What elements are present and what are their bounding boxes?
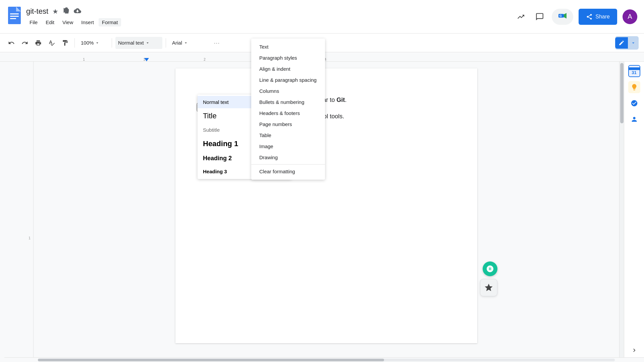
svg-rect-4 bbox=[10, 16, 19, 17]
ruler-mark-2: 2 bbox=[204, 58, 206, 61]
cloud-save-icon[interactable] bbox=[74, 7, 81, 16]
horizontal-scrollbar[interactable] bbox=[34, 357, 619, 362]
format-menu-text[interactable]: Text bbox=[251, 41, 325, 52]
svg-rect-5 bbox=[10, 18, 16, 19]
format-menu-align[interactable]: Align & indent bbox=[251, 63, 325, 74]
format-menu-image[interactable]: Image bbox=[251, 141, 325, 152]
format-menu-divider bbox=[251, 164, 325, 165]
toolbar-divider-2 bbox=[112, 38, 112, 48]
undo-button[interactable] bbox=[5, 37, 17, 49]
toolbar-divider-3 bbox=[166, 38, 166, 48]
comments-icon[interactable] bbox=[533, 10, 546, 23]
format-menu-clear[interactable]: Clear formatting bbox=[251, 166, 325, 177]
right-panel: 31 bbox=[624, 62, 644, 362]
svg-rect-1 bbox=[8, 7, 21, 24]
page-margin-left: 1 bbox=[0, 62, 34, 362]
redo-button[interactable] bbox=[19, 37, 31, 49]
document-area[interactable]: Word's version control is similar to Git… bbox=[34, 62, 619, 362]
menu-insert[interactable]: Insert bbox=[78, 18, 97, 26]
text-period: . bbox=[345, 97, 346, 103]
print-button[interactable] bbox=[32, 37, 44, 49]
menu-file[interactable]: File bbox=[26, 18, 41, 26]
format-menu-spacing[interactable]: Line & paragraph spacing bbox=[251, 74, 325, 85]
meet-camera-icon: G bbox=[557, 10, 568, 23]
notes-panel-icon[interactable] bbox=[628, 81, 640, 93]
page-number-1: 1 bbox=[29, 236, 31, 240]
format-menu-columns[interactable]: Columns bbox=[251, 85, 325, 97]
toolbar-divider-1 bbox=[74, 38, 75, 48]
format-menu-table[interactable]: Table bbox=[251, 130, 325, 141]
format-menu-headers[interactable]: Headers & footers bbox=[251, 108, 325, 119]
svg-text:G: G bbox=[559, 14, 562, 17]
meet-button[interactable]: G bbox=[552, 9, 573, 25]
edit-mode-dropdown-icon[interactable] bbox=[628, 38, 639, 48]
menu-view[interactable]: View bbox=[59, 18, 76, 26]
ruler-mark-1b: 1 bbox=[143, 58, 145, 61]
font-selector[interactable]: Arial bbox=[169, 37, 210, 49]
pencil-icon bbox=[615, 37, 628, 49]
docs-logo[interactable] bbox=[7, 7, 22, 27]
calendar-panel-icon[interactable]: 31 bbox=[628, 65, 640, 77]
tasks-panel-icon[interactable] bbox=[628, 97, 640, 109]
vertical-scrollbar[interactable] bbox=[619, 62, 624, 362]
format-menu-drawing[interactable]: Drawing bbox=[251, 152, 325, 163]
top-bar-right: G Share A bbox=[514, 9, 637, 25]
git-bold: Git bbox=[336, 97, 345, 103]
menu-bar: File Edit View Insert Format bbox=[26, 18, 121, 26]
user-avatar[interactable]: A bbox=[623, 9, 637, 24]
ruler-mark-1: 1 bbox=[83, 58, 85, 61]
zoom-selector[interactable]: 100% bbox=[78, 37, 108, 49]
move-icon[interactable] bbox=[62, 7, 70, 16]
format-menu[interactable]: Text Paragraph styles Align & indent Lin… bbox=[251, 39, 325, 180]
calendar-date: 31 bbox=[632, 70, 636, 75]
svg-rect-3 bbox=[10, 13, 19, 14]
title-area: git-test ★ File Edit View Insert Format bbox=[26, 7, 121, 26]
contacts-panel-icon[interactable] bbox=[628, 113, 640, 125]
menu-format[interactable]: Format bbox=[99, 18, 121, 26]
vertical-scroll-thumb[interactable] bbox=[620, 63, 624, 123]
format-menu-bullets[interactable]: Bullets & numbering bbox=[251, 97, 325, 108]
share-label: Share bbox=[595, 14, 610, 20]
expand-panel-icon[interactable] bbox=[631, 347, 638, 355]
format-menu-page-numbers[interactable]: Page numbers bbox=[251, 119, 325, 130]
top-bar: git-test ★ File Edit View Insert Format bbox=[0, 0, 644, 34]
scroll-track[interactable] bbox=[38, 359, 615, 361]
more-options-button[interactable]: ··· bbox=[211, 37, 223, 49]
style-selector[interactable]: Normal text bbox=[115, 37, 162, 49]
star-icon[interactable]: ★ bbox=[52, 7, 58, 15]
grammarly-button[interactable] bbox=[483, 261, 497, 276]
menu-edit[interactable]: Edit bbox=[42, 18, 58, 26]
activity-icon[interactable] bbox=[514, 10, 528, 23]
paint-format-button[interactable] bbox=[59, 37, 71, 49]
ai-assistant-button[interactable] bbox=[480, 279, 497, 296]
edit-mode-toggle[interactable] bbox=[615, 36, 639, 50]
share-button[interactable]: Share bbox=[579, 9, 617, 25]
scroll-thumb[interactable] bbox=[38, 359, 384, 361]
format-menu-paragraph[interactable]: Paragraph styles bbox=[251, 52, 325, 63]
spell-check-button[interactable] bbox=[46, 37, 58, 49]
document-title[interactable]: git-test bbox=[26, 7, 48, 16]
